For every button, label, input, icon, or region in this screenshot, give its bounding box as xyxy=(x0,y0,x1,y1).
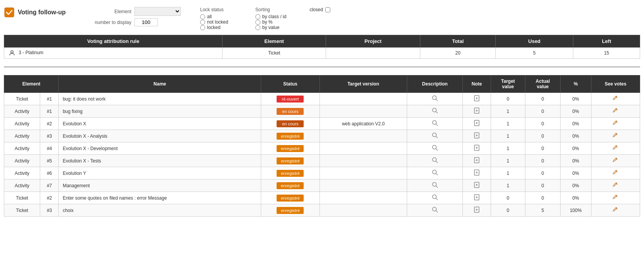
note-add-icon[interactable] xyxy=(473,110,480,115)
element-select[interactable] xyxy=(134,7,181,16)
table-row: Ticket #1 bug: it does not work ré-ouver… xyxy=(4,93,640,105)
cell-description[interactable] xyxy=(407,118,462,130)
number-input[interactable] xyxy=(134,18,158,26)
note-add-icon[interactable] xyxy=(473,209,480,214)
note-add-icon[interactable] xyxy=(473,172,480,177)
svg-line-15 xyxy=(436,124,437,126)
cell-see-votes[interactable] xyxy=(591,105,640,118)
cell-percent: 0% xyxy=(560,192,591,204)
edit-icon[interactable] xyxy=(612,196,619,202)
cell-see-votes[interactable] xyxy=(591,130,640,142)
radio-by-class[interactable] xyxy=(255,14,260,19)
summary-row: 3 - Platinum Ticket 20 5 15 xyxy=(4,48,640,59)
edit-icon[interactable] xyxy=(612,159,619,164)
cell-description[interactable] xyxy=(407,130,462,142)
cell-description[interactable] xyxy=(407,167,462,180)
cell-note[interactable] xyxy=(463,105,491,118)
cell-see-votes[interactable] xyxy=(591,180,640,192)
cell-note[interactable] xyxy=(463,180,491,192)
cell-actual-value: 0 xyxy=(525,130,561,142)
cell-percent: 100% xyxy=(560,204,591,217)
edit-icon[interactable] xyxy=(612,97,619,103)
status-badge: enregistré xyxy=(277,157,304,164)
cell-see-votes[interactable] xyxy=(591,118,640,130)
cell-name: Evolutoin X - Analysis xyxy=(59,130,261,142)
description-search-icon[interactable] xyxy=(432,172,438,177)
cell-percent: 0% xyxy=(560,130,591,142)
description-search-icon[interactable] xyxy=(432,110,438,115)
cell-see-votes[interactable] xyxy=(591,142,640,155)
cell-note[interactable] xyxy=(463,142,491,155)
sorting-label: Sorting xyxy=(255,7,270,12)
cell-element: Activity xyxy=(4,167,40,180)
cell-note[interactable] xyxy=(463,155,491,167)
note-add-icon[interactable] xyxy=(473,122,480,128)
description-search-icon[interactable] xyxy=(432,159,438,165)
cell-description[interactable] xyxy=(407,93,462,105)
radio-all[interactable] xyxy=(200,14,205,19)
note-add-icon[interactable] xyxy=(473,135,480,140)
cell-description[interactable] xyxy=(407,155,462,167)
note-add-icon[interactable] xyxy=(473,147,480,152)
radio-not-locked-label: not locked xyxy=(207,19,228,25)
cell-target-version: web application V2.0 xyxy=(319,118,407,130)
cell-description[interactable] xyxy=(407,105,462,118)
edit-icon[interactable] xyxy=(612,209,619,214)
edit-icon[interactable] xyxy=(612,147,619,152)
cell-see-votes[interactable] xyxy=(591,167,640,180)
table-row: Ticket #2 Enter some quotes on filed nam… xyxy=(4,192,640,204)
description-search-icon[interactable] xyxy=(432,122,438,128)
closed-checkbox[interactable] xyxy=(325,7,330,12)
status-badge: en cours xyxy=(277,108,304,115)
sorting-group: Sorting by class / id by % by value xyxy=(255,7,287,30)
description-search-icon[interactable] xyxy=(432,197,438,202)
table-row: Activity #6 Evolution Y enregistré 1 0 0… xyxy=(4,167,640,180)
cell-note[interactable] xyxy=(463,167,491,180)
cell-description[interactable] xyxy=(407,192,462,204)
cell-note[interactable] xyxy=(463,204,491,217)
cell-note[interactable] xyxy=(463,118,491,130)
edit-icon[interactable] xyxy=(612,134,619,140)
status-badge: enregistré xyxy=(277,207,304,214)
radio-by-value[interactable] xyxy=(255,25,260,30)
cell-target-value: 0 xyxy=(491,192,525,204)
cell-see-votes[interactable] xyxy=(591,93,640,105)
description-search-icon[interactable] xyxy=(432,147,438,152)
summary-col-left: Left xyxy=(573,35,640,48)
edit-icon[interactable] xyxy=(612,184,619,189)
edit-icon[interactable] xyxy=(612,109,619,115)
edit-icon[interactable] xyxy=(612,171,619,177)
cell-note[interactable] xyxy=(463,192,491,204)
radio-not-locked[interactable] xyxy=(200,20,205,25)
radio-bypercent-row: by % xyxy=(255,19,287,25)
cell-status: en cours xyxy=(261,105,320,118)
cell-note[interactable] xyxy=(463,93,491,105)
cell-description[interactable] xyxy=(407,180,462,192)
description-search-icon[interactable] xyxy=(432,209,438,214)
radio-locked[interactable] xyxy=(200,25,205,30)
description-search-icon[interactable] xyxy=(432,184,438,190)
radio-all-row: all xyxy=(200,14,228,19)
cell-description[interactable] xyxy=(407,142,462,155)
note-add-icon[interactable] xyxy=(473,184,480,190)
edit-icon[interactable] xyxy=(612,122,619,127)
svg-rect-0 xyxy=(5,8,14,17)
cell-see-votes[interactable] xyxy=(591,192,640,204)
note-add-icon[interactable] xyxy=(473,197,480,202)
note-add-icon[interactable] xyxy=(473,159,480,165)
cell-see-votes[interactable] xyxy=(591,204,640,217)
note-add-icon[interactable] xyxy=(473,97,480,103)
cell-actual-value: 0 xyxy=(525,105,561,118)
main-col-status: Status xyxy=(261,75,320,93)
cell-target-value: 1 xyxy=(491,130,525,142)
cell-name: Evolution X - Tests xyxy=(59,155,261,167)
radio-by-percent-label: by % xyxy=(262,19,273,25)
cell-see-votes[interactable] xyxy=(591,155,640,167)
description-search-icon[interactable] xyxy=(432,135,438,140)
description-search-icon[interactable] xyxy=(432,97,438,103)
cell-note[interactable] xyxy=(463,130,491,142)
summary-cell-used: 5 xyxy=(496,48,573,59)
table-row: Activity #4 Evolution X - Development en… xyxy=(4,142,640,155)
radio-by-percent[interactable] xyxy=(255,20,260,25)
cell-description[interactable] xyxy=(407,204,462,217)
